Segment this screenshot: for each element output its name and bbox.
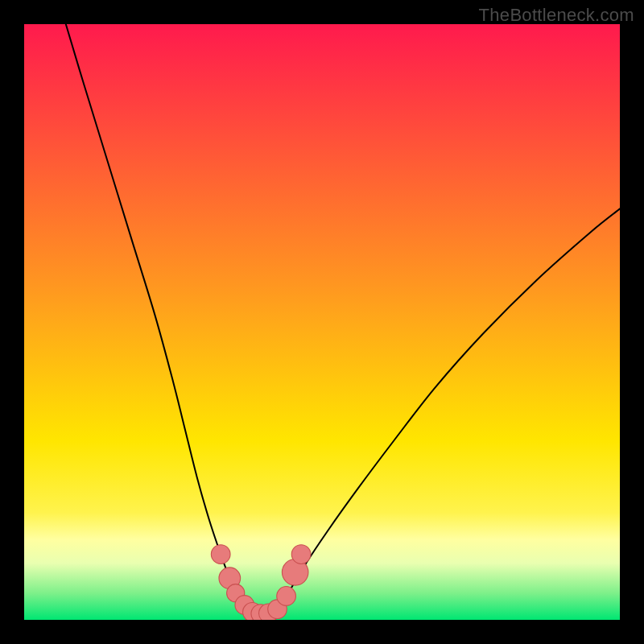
chart-frame: TheBottleneck.com: [0, 0, 644, 644]
bottleneck-curve: [66, 24, 620, 614]
watermark-text: TheBottleneck.com: [479, 5, 634, 26]
data-marker: [291, 545, 311, 564]
data-marker: [211, 545, 230, 564]
curve-layer: [24, 24, 620, 620]
plot-area: [24, 24, 620, 620]
data-marker: [277, 587, 296, 606]
